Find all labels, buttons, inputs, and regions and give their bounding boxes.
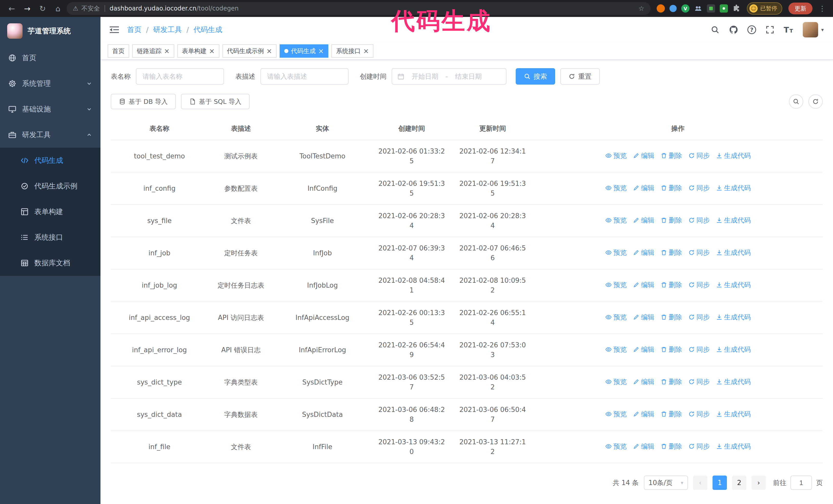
toggle-search-button[interactable] [789,94,803,109]
delete-link[interactable]: 删除 [661,280,682,290]
profile-paused-badge[interactable]: ☺ 已暂停 [747,2,782,15]
delete-link[interactable]: 删除 [661,441,682,451]
tab-system-api[interactable]: 系统接口 × [331,44,374,58]
date-range-picker[interactable]: - [391,68,506,85]
tab-codegen[interactable]: 代码生成 × [280,44,328,58]
preview-link[interactable]: 预览 [605,183,627,193]
delete-link[interactable]: 删除 [661,215,682,225]
edit-link[interactable]: 编辑 [633,248,654,257]
sync-link[interactable]: 同步 [688,441,710,451]
generate-link[interactable]: 生成代码 [716,377,751,387]
sync-link[interactable]: 同步 [688,377,710,387]
sync-link[interactable]: 同步 [688,215,710,225]
sidebar-item-infrastructure[interactable]: 基础设施 [0,96,100,122]
generate-link[interactable]: 生成代码 [716,280,751,290]
preview-link[interactable]: 预览 [605,248,627,257]
sync-link[interactable]: 同步 [688,248,710,257]
home-icon[interactable]: ⌂ [51,4,65,13]
sidebar-item-system[interactable]: 系统管理 [0,71,100,96]
delete-link[interactable]: 删除 [661,344,682,354]
extensions-puzzle-icon[interactable] [733,4,741,13]
search-button[interactable]: 搜索 [516,68,555,85]
sidebar-item-devtools[interactable]: 研发工具 [0,122,100,148]
bookmark-star-icon[interactable]: ☆ [639,5,644,12]
generate-link[interactable]: 生成代码 [716,409,751,419]
page-size-select[interactable]: 10条/页 ▾ [644,476,688,490]
extension-icon-1[interactable] [657,4,665,13]
sidebar-item-db-docs[interactable]: 数据库文档 [0,250,100,276]
extension-icon-5[interactable] [707,4,715,13]
reload-icon[interactable]: ↻ [36,4,49,13]
extension-icon-6[interactable] [720,4,728,13]
preview-link[interactable]: 预览 [605,377,627,387]
edit-link[interactable]: 编辑 [633,183,654,193]
end-date-input[interactable] [451,73,485,80]
sidebar-item-codegen[interactable]: 代码生成 [0,148,100,173]
delete-link[interactable]: 删除 [661,312,682,322]
tab-tracing[interactable]: 链路追踪 × [132,44,174,58]
page-2-button[interactable]: 2 [732,476,746,490]
prev-page-button[interactable]: ‹ [693,476,708,490]
generate-link[interactable]: 生成代码 [716,441,751,451]
tab-close-icon[interactable]: × [363,48,369,54]
table-desc-input[interactable] [260,68,349,85]
edit-link[interactable]: 编辑 [633,377,654,387]
next-page-button[interactable]: › [752,476,766,490]
tab-close-icon[interactable]: × [266,48,272,54]
tab-home[interactable]: 首页 [108,44,129,58]
preview-link[interactable]: 预览 [605,312,627,322]
menu-fold-icon[interactable] [110,26,119,34]
search-icon[interactable] [711,25,720,34]
sidebar-item-codegen-example[interactable]: 代码生成示例 [0,173,100,199]
import-sql-button[interactable]: 基于 SQL 导入 [181,94,249,109]
extension-icon-2[interactable] [669,5,677,12]
edit-link[interactable]: 编辑 [633,441,654,451]
tab-codegen-example[interactable]: 代码生成示例 × [222,44,277,58]
font-size-icon[interactable]: TT [784,25,793,34]
sync-link[interactable]: 同步 [688,280,710,290]
browser-menu-icon[interactable]: ⋮ [819,4,826,13]
delete-link[interactable]: 删除 [661,409,682,419]
sidebar-item-home[interactable]: 首页 [0,45,100,71]
tab-close-icon[interactable]: × [318,48,324,54]
start-date-input[interactable] [408,73,442,80]
refresh-table-button[interactable] [808,94,823,109]
update-button[interactable]: 更新 [788,3,812,14]
sidebar-item-form-builder[interactable]: 表单构建 [0,199,100,224]
delete-link[interactable]: 删除 [661,151,682,161]
preview-link[interactable]: 预览 [605,215,627,225]
preview-link[interactable]: 预览 [605,409,627,419]
generate-link[interactable]: 生成代码 [716,312,751,322]
github-icon[interactable] [729,25,738,34]
preview-link[interactable]: 预览 [605,151,627,161]
page-1-button[interactable]: 1 [713,476,727,490]
import-db-button[interactable]: 基于 DB 导入 [111,94,176,109]
tab-form-builder[interactable]: 表单构建 × [177,44,219,58]
generate-link[interactable]: 生成代码 [716,248,751,257]
table-name-input[interactable] [136,68,224,85]
goto-page-input[interactable] [790,476,812,490]
address-bar[interactable]: ⚠ 不安全 dashboard.yudao.iocoder.cn/tool/co… [67,2,650,15]
preview-link[interactable]: 预览 [605,441,627,451]
back-icon[interactable]: ← [5,4,19,13]
sync-link[interactable]: 同步 [688,183,710,193]
sync-link[interactable]: 同步 [688,151,710,161]
user-menu[interactable]: ▾ [803,22,824,38]
edit-link[interactable]: 编辑 [633,215,654,225]
extension-icon-3[interactable]: V [681,4,689,13]
sync-link[interactable]: 同步 [688,409,710,419]
people-extension-icon[interactable] [694,4,702,13]
reset-button[interactable]: 重置 [560,68,600,85]
edit-link[interactable]: 编辑 [633,151,654,161]
sidebar-item-system-api[interactable]: 系统接口 [0,224,100,250]
delete-link[interactable]: 删除 [661,377,682,387]
generate-link[interactable]: 生成代码 [716,344,751,354]
generate-link[interactable]: 生成代码 [716,215,751,225]
preview-link[interactable]: 预览 [605,344,627,354]
app-logo[interactable]: 芋道管理系统 [0,17,100,45]
preview-link[interactable]: 预览 [605,280,627,290]
breadcrumb-group[interactable]: 研发工具 [153,25,182,34]
forward-icon[interactable]: → [21,4,34,13]
generate-link[interactable]: 生成代码 [716,151,751,161]
edit-link[interactable]: 编辑 [633,344,654,354]
